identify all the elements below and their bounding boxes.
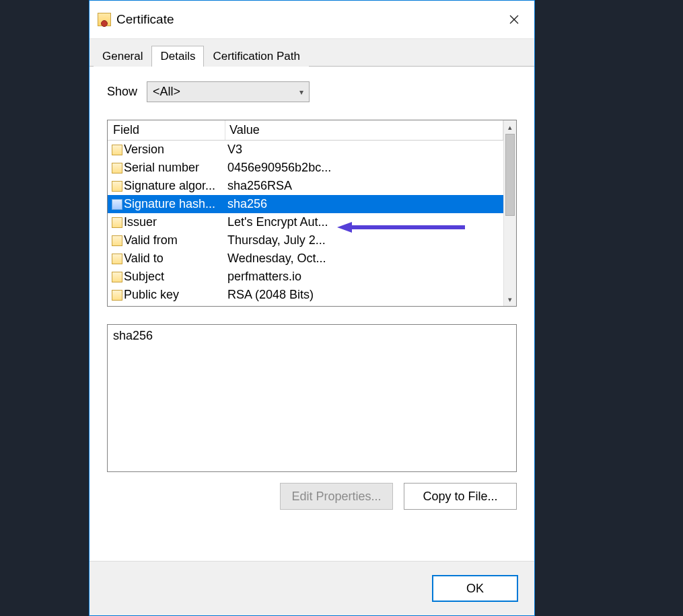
property-icon: [112, 163, 122, 174]
property-icon: [112, 199, 122, 210]
field-list: Field Value VersionV3Serial number0456e9…: [107, 120, 517, 307]
scroll-track[interactable]: [504, 134, 516, 293]
list-row[interactable]: Serial number0456e90956b2bc...: [108, 159, 503, 177]
property-icon: [112, 290, 122, 301]
ok-button[interactable]: OK: [432, 575, 518, 602]
field-name: Valid from: [124, 233, 178, 247]
scroll-thumb[interactable]: [505, 134, 515, 216]
show-selected-value: <All>: [153, 85, 180, 99]
list-row[interactable]: Signature hash...sha256: [108, 195, 503, 213]
property-icon: [112, 235, 122, 246]
property-icon: [112, 145, 122, 155]
scrollbar[interactable]: ▴ ▾: [503, 120, 516, 306]
list-row[interactable]: Signature algor...sha256RSA: [108, 177, 503, 195]
certificate-icon: [98, 13, 111, 26]
field-name: Valid to: [124, 252, 164, 266]
property-icon: [112, 217, 122, 228]
close-icon: [509, 15, 519, 24]
window-title: Certificate: [116, 12, 174, 27]
chevron-down-icon: ▾: [299, 87, 303, 97]
field-value: sha256RSA: [223, 179, 503, 193]
field-name: Serial number: [124, 161, 199, 175]
certificate-window: Certificate General Details Certificatio…: [89, 0, 535, 616]
tab-general[interactable]: General: [94, 46, 151, 67]
field-value: V3: [223, 143, 503, 157]
field-value: Wednesday, Oct...: [223, 252, 503, 266]
copy-to-file-button[interactable]: Copy to File...: [404, 483, 517, 510]
edit-properties-button: Edit Properties...: [280, 483, 393, 510]
field-value: perfmatters.io: [223, 270, 503, 284]
property-icon: [112, 254, 122, 264]
field-name: Signature algor...: [124, 179, 215, 193]
field-value: sha256: [223, 197, 503, 211]
close-button[interactable]: [499, 5, 529, 34]
button-row: Edit Properties... Copy to File...: [107, 483, 517, 510]
list-row[interactable]: Public keyRSA (2048 Bits): [108, 286, 503, 304]
field-name: Subject: [124, 270, 164, 284]
show-label: Show: [107, 85, 137, 99]
show-row: Show <All> ▾: [107, 81, 517, 102]
tab-row: General Details Certification Path: [89, 39, 534, 67]
list-row[interactable]: IssuerLet's Encrypt Aut...: [108, 213, 503, 231]
column-value-header[interactable]: Value: [225, 120, 503, 140]
list-row[interactable]: Valid toWednesday, Oct...: [108, 249, 503, 268]
list-row[interactable]: Valid fromThursday, July 2...: [108, 231, 503, 249]
detail-value-text: sha256: [113, 329, 153, 342]
detail-value-box: sha256: [107, 324, 517, 472]
field-name: Public key: [124, 288, 179, 302]
column-field-header[interactable]: Field: [108, 120, 225, 140]
field-name: Version: [124, 143, 164, 157]
titlebar: Certificate: [89, 1, 534, 39]
field-value: RSA (2048 Bits): [223, 288, 503, 302]
list-header: Field Value: [108, 120, 503, 141]
dialog-footer: OK: [89, 561, 534, 615]
show-dropdown[interactable]: <All> ▾: [147, 81, 310, 102]
details-panel: Show <All> ▾ Field Value VersionV3Serial…: [89, 67, 534, 561]
list-rows: VersionV3Serial number0456e90956b2bc...S…: [108, 141, 503, 306]
field-name: Issuer: [124, 215, 157, 229]
tab-details[interactable]: Details: [151, 46, 204, 67]
scroll-down-icon[interactable]: ▾: [504, 293, 516, 306]
tab-certification-path[interactable]: Certification Path: [204, 46, 308, 67]
list-row[interactable]: Subjectperfmatters.io: [108, 268, 503, 286]
field-value: 0456e90956b2bc...: [223, 161, 503, 175]
property-icon: [112, 272, 122, 282]
field-value: Thursday, July 2...: [223, 233, 503, 247]
scroll-up-icon[interactable]: ▴: [504, 120, 516, 134]
field-value: Let's Encrypt Aut...: [223, 215, 503, 229]
field-name: Signature hash...: [124, 197, 215, 211]
property-icon: [112, 181, 122, 192]
list-row[interactable]: VersionV3: [108, 141, 503, 159]
